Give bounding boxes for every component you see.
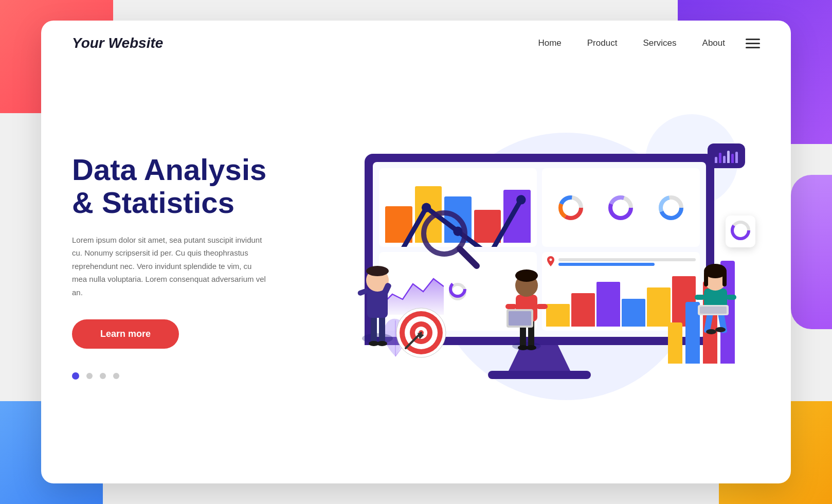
svg-point-4 xyxy=(516,195,526,204)
fc-bar-4 xyxy=(727,151,730,163)
donut-charts-panel xyxy=(542,168,700,247)
svg-rect-44 xyxy=(536,304,548,309)
svg-rect-54 xyxy=(704,271,708,286)
nav-links: Home Product Services About xyxy=(538,38,725,48)
magnifier-icon xyxy=(416,205,483,274)
svg-rect-24 xyxy=(371,315,377,344)
outside-bar-1 xyxy=(668,322,682,364)
bg-mid-right xyxy=(791,175,832,329)
fc-bar-5 xyxy=(731,154,734,163)
nav-services[interactable]: Services xyxy=(643,38,676,48)
mini-bar-3 xyxy=(596,282,620,327)
svg-rect-40 xyxy=(509,311,531,326)
donut-chart-3 xyxy=(658,194,684,221)
dot-4[interactable] xyxy=(113,373,119,379)
svg-rect-25 xyxy=(379,315,385,344)
dot-3[interactable] xyxy=(100,373,106,379)
svg-rect-56 xyxy=(695,295,705,300)
svg-point-48 xyxy=(715,327,726,332)
svg-point-17 xyxy=(667,204,675,212)
svg-point-30 xyxy=(366,266,389,276)
floating-stats-card xyxy=(708,143,745,168)
fc-bar-3 xyxy=(723,156,726,163)
svg-point-47 xyxy=(706,329,716,334)
svg-point-42 xyxy=(515,269,538,282)
dot-1[interactable] xyxy=(72,372,79,380)
hero-title-line1: Data Analysis xyxy=(72,153,266,186)
hero-section: Data Analysis & Statistics Lorem ipsum d… xyxy=(41,66,791,477)
hamburger-line1 xyxy=(746,39,760,40)
svg-rect-55 xyxy=(722,271,727,286)
hero-description: Lorem ipsum dolor sit amet, sea putant s… xyxy=(72,233,267,299)
hero-illustration xyxy=(319,76,760,457)
nav-about[interactable]: About xyxy=(702,38,725,48)
donut-chart-2 xyxy=(607,194,634,221)
small-donut-card xyxy=(726,215,755,247)
svg-line-22 xyxy=(460,249,477,266)
stat-line-2 xyxy=(558,263,655,266)
main-card: Your Website Home Product Services About… xyxy=(41,21,791,483)
svg-rect-51 xyxy=(700,307,727,314)
svg-point-13 xyxy=(617,204,625,212)
navbar: Your Website Home Product Services About xyxy=(41,21,791,66)
donut-chart-1 xyxy=(557,194,584,221)
hamburger-menu[interactable] xyxy=(746,39,760,48)
svg-point-27 xyxy=(377,341,387,346)
nav-product[interactable]: Product xyxy=(587,38,618,48)
svg-point-20 xyxy=(455,289,461,295)
svg-point-9 xyxy=(567,204,575,212)
hero-title: Data Analysis & Statistics xyxy=(72,153,298,219)
person-analyst-right xyxy=(689,254,750,338)
fc-bar-2 xyxy=(719,153,721,163)
monitor-base xyxy=(488,371,591,379)
learn-more-button[interactable]: Learn more xyxy=(72,319,179,349)
svg-rect-57 xyxy=(726,295,736,300)
brand-logo: Your Website xyxy=(72,35,163,51)
svg-point-69 xyxy=(737,227,744,234)
mini-bar-5 xyxy=(647,287,671,327)
mini-donut-bl xyxy=(448,282,467,301)
carousel-dots xyxy=(72,372,298,380)
person-analyst-center xyxy=(498,248,555,353)
dot-2[interactable] xyxy=(86,373,93,379)
fc-bar-6 xyxy=(735,152,738,163)
mini-bar-4 xyxy=(622,299,645,327)
nav-home[interactable]: Home xyxy=(538,38,561,48)
person-analyst-left xyxy=(349,243,406,348)
monitor-wrapper xyxy=(365,154,714,379)
hamburger-line2 xyxy=(746,43,760,44)
hamburger-line3 xyxy=(746,47,760,48)
svg-point-37 xyxy=(526,345,536,350)
mini-bar-2 xyxy=(571,293,595,327)
hero-left: Data Analysis & Statistics Lorem ipsum d… xyxy=(72,153,319,380)
floating-card-bars xyxy=(715,149,738,163)
hero-title-line2: & Statistics xyxy=(72,186,234,219)
svg-rect-43 xyxy=(505,304,517,309)
fc-bar-1 xyxy=(715,157,717,163)
